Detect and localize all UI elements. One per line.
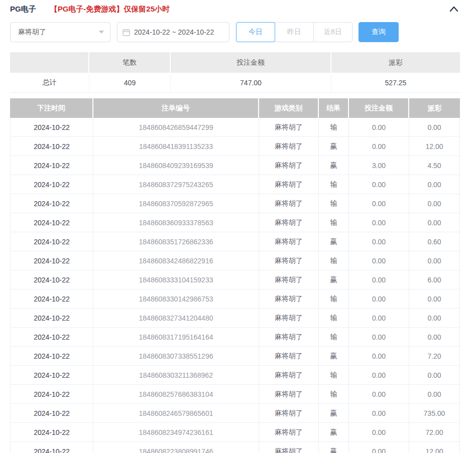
summary-table: 笔数 投注金额 派彩 总计 409 747.00 527.25 — [10, 52, 460, 93]
cell-bet-id: 1848608307338551296 — [93, 347, 259, 366]
cell-bet-id: 1848608342486822916 — [93, 251, 259, 270]
cell-game-type: 麻将胡了 — [259, 366, 319, 385]
cell-bet-id: 1848608327341204480 — [93, 309, 259, 328]
cell-bet-amount: 0.00 — [349, 251, 409, 270]
date-range-input[interactable]: 2024-10-22 ~ 2024-10-22 — [117, 22, 229, 42]
summary-header-count: 笔数 — [89, 52, 171, 73]
cell-game-type: 麻将胡了 — [259, 289, 319, 309]
table-row: 2024-10-221848608307338551296麻将胡了赢0.007.… — [10, 347, 460, 366]
cell-bet-id: 1848608317195164164 — [93, 328, 259, 347]
records-header-row: 下注时间 注单编号 游戏类别 结果 投注金额 派彩 — [10, 98, 460, 118]
cell-bet-time: 2024-10-22 — [10, 175, 93, 194]
records-header-bet-id: 注单编号 — [93, 98, 259, 118]
cell-game-type: 麻将胡了 — [259, 194, 319, 213]
records-header-bet-time: 下注时间 — [10, 98, 93, 118]
cell-bet-id: 1848608303211368962 — [93, 366, 259, 385]
cell-game-type: 麻将胡了 — [259, 118, 319, 137]
cell-payout: 72.00 — [409, 423, 460, 442]
table-row: 2024-10-221848608330142986753麻将胡了输0.000.… — [10, 289, 460, 309]
summary-header-bet-amount: 投注金额 — [171, 52, 331, 73]
cell-bet-time: 2024-10-22 — [10, 270, 93, 289]
cell-bet-time: 2024-10-22 — [10, 404, 93, 423]
cell-result: 输 — [319, 309, 349, 328]
search-button[interactable]: 查询 — [359, 22, 399, 42]
cell-result: 输 — [319, 213, 349, 232]
retention-notice: 【PG电子-免费游戏】仅保留25小时 — [50, 5, 170, 14]
quick-btn-yesterday[interactable]: 昨日 — [275, 22, 314, 42]
cell-result: 输 — [319, 118, 349, 137]
cell-result: 输 — [319, 194, 349, 213]
cell-bet-amount: 0.00 — [349, 232, 409, 251]
cell-payout: 0.00 — [409, 328, 460, 347]
cell-payout: 0.00 — [409, 118, 460, 137]
cell-game-type: 麻将胡了 — [259, 175, 319, 194]
cell-bet-amount: 0.00 — [349, 347, 409, 366]
cell-game-type: 麻将胡了 — [259, 347, 319, 366]
table-row: 2024-10-221848608342486822916麻将胡了输0.000.… — [10, 251, 460, 270]
records-body: 2024-10-221848608426859447299麻将胡了输0.000.… — [10, 118, 460, 453]
table-row: 2024-10-221848608333104159233麻将胡了赢0.006.… — [10, 270, 460, 289]
cell-game-type: 麻将胡了 — [259, 156, 319, 175]
table-row: 2024-10-221848608303211368962麻将胡了输0.000.… — [10, 366, 460, 385]
records-header-payout: 派彩 — [409, 98, 460, 118]
page-title: PG电子 — [10, 5, 36, 14]
cell-result: 赢 — [319, 137, 349, 156]
cell-result: 赢 — [319, 347, 349, 366]
table-row: 2024-10-221848608246579865601麻将胡了赢0.0073… — [10, 404, 460, 423]
cell-bet-time: 2024-10-22 — [10, 137, 93, 156]
summary-header-empty — [10, 52, 89, 73]
cell-bet-time: 2024-10-22 — [10, 289, 93, 309]
cell-bet-id: 1848608409239169539 — [93, 156, 259, 175]
cell-bet-id: 1848608234974236161 — [93, 423, 259, 442]
summary-total-row: 总计 409 747.00 527.25 — [10, 73, 460, 93]
summary-total-payout: 527.25 — [331, 73, 460, 93]
cell-game-type: 麻将胡了 — [259, 232, 319, 251]
cell-bet-time: 2024-10-22 — [10, 156, 93, 175]
game-select[interactable]: 麻将胡了 — [10, 22, 110, 42]
quick-btn-last8days[interactable]: 近8日 — [313, 22, 352, 42]
table-row: 2024-10-221848608426859447299麻将胡了输0.000.… — [10, 118, 460, 137]
cell-bet-id: 1848608246579865601 — [93, 404, 259, 423]
collapse-panel-button[interactable] — [448, 3, 460, 15]
table-row: 2024-10-221848608317195164164麻将胡了输0.000.… — [10, 328, 460, 347]
cell-bet-time: 2024-10-22 — [10, 385, 93, 404]
cell-bet-time: 2024-10-22 — [10, 442, 93, 453]
cell-bet-amount: 0.00 — [349, 423, 409, 442]
cell-result: 赢 — [319, 404, 349, 423]
cell-bet-amount: 0.00 — [349, 270, 409, 289]
cell-result: 输 — [319, 328, 349, 347]
cell-bet-time: 2024-10-22 — [10, 251, 93, 270]
cell-bet-amount: 0.00 — [349, 309, 409, 328]
cell-payout: 12.00 — [409, 442, 460, 453]
table-row: 2024-10-221848608360933378563麻将胡了输0.000.… — [10, 213, 460, 232]
betting-records-panel: PG电子 【PG电子-免费游戏】仅保留25小时 麻将胡了 2024-10-22 … — [0, 0, 476, 453]
cell-bet-amount: 0.00 — [349, 194, 409, 213]
cell-result: 输 — [319, 175, 349, 194]
summary-header-row: 笔数 投注金额 派彩 — [10, 52, 460, 73]
cell-bet-time: 2024-10-22 — [10, 366, 93, 385]
quick-btn-today[interactable]: 今日 — [236, 22, 275, 42]
cell-payout: 0.00 — [409, 366, 460, 385]
cell-bet-amount: 0.00 — [349, 118, 409, 137]
cell-payout: 12.00 — [409, 137, 460, 156]
cell-result: 赢 — [319, 156, 349, 175]
cell-game-type: 麻将胡了 — [259, 385, 319, 404]
records-header-bet-amount: 投注金额 — [349, 98, 409, 118]
cell-bet-id: 1848608330142986753 — [93, 289, 259, 309]
cell-game-type: 麻将胡了 — [259, 270, 319, 289]
cell-bet-amount: 0.00 — [349, 442, 409, 453]
cell-bet-id: 1848608333104159233 — [93, 270, 259, 289]
calendar-icon — [123, 29, 130, 36]
cell-result: 输 — [319, 366, 349, 385]
cell-bet-id: 1848608223808991746 — [93, 442, 259, 453]
table-row: 2024-10-221848608409239169539麻将胡了赢3.004.… — [10, 156, 460, 175]
date-range-value: 2024-10-22 ~ 2024-10-22 — [134, 28, 214, 36]
cell-bet-time: 2024-10-22 — [10, 328, 93, 347]
cell-bet-amount: 0.00 — [349, 366, 409, 385]
cell-bet-id: 1848608351726862336 — [93, 232, 259, 251]
cell-bet-amount: 0.00 — [349, 385, 409, 404]
cell-result: 赢 — [319, 270, 349, 289]
table-row: 2024-10-221848608418391135233麻将胡了赢0.0012… — [10, 137, 460, 156]
cell-payout: 0.00 — [409, 175, 460, 194]
summary-total-count: 409 — [89, 73, 171, 93]
